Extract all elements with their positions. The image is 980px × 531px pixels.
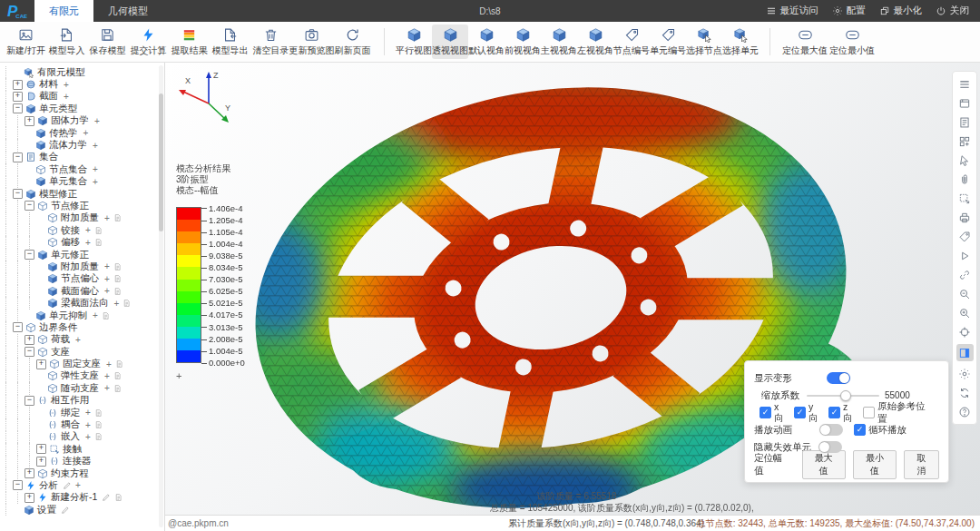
tree-item[interactable]: 耦合+ [0,418,164,430]
strip-apps-button[interactable] [956,134,974,148]
add-icon[interactable]: + [93,310,98,320]
toolbar-button[interactable]: 主视视角 [541,25,577,59]
toolbar-button[interactable]: 清空目录 [250,25,291,59]
tree-item[interactable]: −模型修正 [0,188,164,200]
deform-toggle[interactable] [827,372,850,384]
titlebar-recent-button[interactable]: 最近访问 [766,5,818,17]
tree-item[interactable]: 单元集合+ [0,176,164,188]
strip-help-button[interactable] [956,405,974,418]
tree-item[interactable]: 弹性支座+ [0,370,164,382]
expand-toggle[interactable]: + [36,457,46,467]
axis-checkbox[interactable]: ✓ [760,407,771,418]
expand-toggle[interactable]: + [24,468,34,478]
tree-item[interactable]: 附加质量+ [0,261,164,272]
add-icon[interactable]: + [75,480,81,490]
toolbar-button[interactable]: 新建/打开 [5,25,46,59]
paste-icon[interactable] [113,213,122,222]
titlebar-close-button[interactable]: 关闭 [936,5,969,17]
strip-form-button[interactable] [956,115,974,129]
toolbar-button[interactable]: 前视视角 [505,25,541,59]
legend-resize-handle[interactable]: + [176,370,230,381]
strip-pointer-button[interactable] [956,153,974,167]
tab-geometry[interactable]: 几何模型 [93,0,162,22]
add-icon[interactable]: + [64,92,69,102]
axis-checkbox[interactable]: ✓ [828,407,840,418]
tree-item[interactable]: +荷载+ [0,334,164,346]
tree-item[interactable]: 截面偏心+ [0,285,164,297]
add-icon[interactable]: + [85,225,91,235]
tree-item[interactable]: −单元修正 [0,249,164,261]
edit-icon[interactable] [102,493,111,502]
paste-icon[interactable] [94,420,103,429]
anim-toggle[interactable] [819,424,843,436]
hide-failed-toggle[interactable] [818,441,842,453]
tree-item[interactable]: +连接器 [0,456,164,467]
edit-icon[interactable] [61,506,70,515]
expand-toggle[interactable]: + [24,493,34,503]
add-icon[interactable]: + [104,274,110,284]
expand-toggle[interactable]: + [24,335,34,345]
paste-icon[interactable] [122,299,131,308]
collapse-toggle[interactable]: − [13,322,23,332]
tree-item[interactable]: 附加质量+ [0,212,164,224]
tree-item[interactable]: −边界条件 [0,321,164,333]
toolbar-button[interactable]: 刷新页面 [332,25,373,59]
tree-item[interactable]: +接触 [0,443,164,455]
paste-icon[interactable] [113,274,122,283]
add-icon[interactable]: + [104,371,110,381]
strip-target-button[interactable] [956,325,974,339]
scale-slider[interactable] [807,390,879,401]
paste-icon[interactable] [113,371,122,380]
collapse-toggle[interactable]: − [24,396,34,406]
tree-item[interactable]: 节点偏心+ [0,273,164,285]
paste-icon[interactable] [113,287,122,296]
strip-lasso-button[interactable] [956,192,974,205]
add-icon[interactable]: + [94,116,100,126]
paste-icon[interactable] [94,238,103,247]
strip-play-button[interactable] [956,249,974,262]
add-icon[interactable]: + [85,238,91,248]
toolbar-button[interactable]: 节点编号 [613,25,650,59]
strip-menu-button[interactable] [956,77,974,91]
toolbar-button[interactable]: 选择节点 [686,25,722,59]
collapse-toggle[interactable]: − [24,201,34,211]
toolbar-button[interactable]: 保存模型 [87,25,128,59]
collapse-toggle[interactable]: − [13,189,23,199]
add-icon[interactable]: + [104,383,110,393]
strip-refresh-button[interactable] [956,386,974,399]
add-icon[interactable]: + [85,420,91,430]
strip-print-button[interactable] [956,211,974,224]
expand-toggle[interactable]: + [36,359,46,369]
add-icon[interactable]: + [75,335,81,345]
tree-item[interactable]: 单元抑制+ [0,310,164,321]
tree-item[interactable]: 绑定+ [0,407,164,418]
expand-toggle[interactable]: + [13,80,23,90]
axis-checkbox[interactable] [863,407,875,418]
add-icon[interactable]: + [104,286,110,296]
tree-item[interactable]: −节点修正 [0,200,164,211]
add-icon[interactable]: + [93,164,98,174]
paste-icon[interactable] [102,311,110,320]
edit-icon[interactable] [63,481,72,490]
collapse-toggle[interactable]: − [13,480,23,490]
add-icon[interactable]: + [85,432,91,442]
collapse-toggle[interactable]: − [24,250,34,260]
add-icon[interactable]: + [104,261,110,271]
tree-item[interactable]: 嵌入+ [0,431,164,443]
locate-cancel-button[interactable]: 取消 [904,450,939,479]
add-icon[interactable]: + [93,177,98,187]
strip-zoom-out-button[interactable] [956,287,974,300]
tree-item[interactable]: +固定支座+ [0,358,164,369]
paste-icon[interactable] [94,226,103,235]
toolbar-button[interactable]: 透视视图 [432,25,468,59]
tree-item[interactable]: −分析+ [0,479,164,491]
toolbar-button[interactable]: 提交计算 [128,25,169,59]
toolbar-button[interactable]: 提取结果 [169,25,210,59]
tree-item[interactable]: 随动支座+ [0,382,164,394]
toolbar-button[interactable]: 更新预览图 [291,25,332,59]
tree-item[interactable]: 有限元模型 [0,66,164,78]
strip-settings-button[interactable] [956,367,974,380]
strip-tag-button[interactable] [956,230,974,243]
add-icon[interactable]: + [104,213,110,223]
tree-item[interactable]: −相互作用 [0,395,164,407]
